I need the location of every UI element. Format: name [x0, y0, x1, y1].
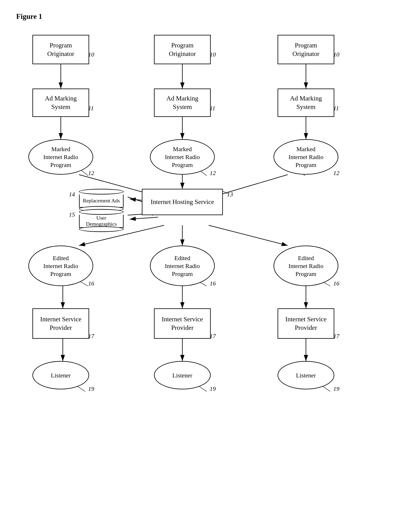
label-16-right: 16 — [333, 280, 339, 287]
label-11-left: 11 — [88, 105, 94, 112]
isp-center: Internet ServiceProvider — [154, 308, 211, 339]
listener-center: Listener — [154, 361, 211, 389]
svg-line-16 — [209, 225, 288, 246]
label-11-center: 11 — [210, 105, 215, 112]
program-originator-right: ProgramOriginator — [278, 35, 334, 64]
edited-radio-left: EditedInternet RadioProgram — [28, 246, 93, 286]
internet-hosting: Internet Hosting Service — [142, 189, 223, 215]
program-originator-left: ProgramOriginator — [32, 35, 89, 64]
label-17-center: 17 — [210, 333, 216, 340]
label-13: 13 — [227, 191, 233, 198]
label-10-center: 10 — [210, 51, 216, 58]
label-17-left: 17 — [88, 333, 94, 340]
label-19-center: 19 — [210, 385, 216, 392]
label-14: 14 — [69, 191, 75, 198]
edited-radio-right: EditedInternet RadioProgram — [273, 246, 338, 286]
label-12-right: 12 — [333, 170, 339, 177]
label-19-left: 19 — [88, 385, 94, 392]
listener-right: Listener — [278, 361, 334, 389]
label-12-left: 12 — [88, 170, 94, 177]
label-11-right: 11 — [333, 105, 339, 112]
label-16-center: 16 — [210, 280, 216, 287]
label-12-center: 12 — [210, 170, 216, 177]
listener-left: Listener — [32, 361, 89, 389]
edited-radio-center: EditedInternet RadioProgram — [150, 246, 215, 286]
isp-right: Internet ServiceProvider — [278, 308, 334, 339]
figure-label: Figure 1 — [16, 12, 404, 21]
replacement-ads: Replacement Ads — [79, 189, 124, 212]
label-10-left: 10 — [88, 51, 94, 58]
diagram: ProgramOriginator 10 Ad MarkingSystem 11… — [16, 29, 401, 525]
program-originator-center: ProgramOriginator — [154, 35, 211, 64]
label-19-right: 19 — [333, 385, 339, 392]
user-demographics: User Demographics — [79, 209, 124, 232]
label-17-right: 17 — [333, 333, 339, 340]
ad-marking-center: Ad MarkingSystem — [154, 89, 211, 117]
ad-marking-right: Ad MarkingSystem — [278, 89, 334, 117]
ad-marking-left: Ad MarkingSystem — [32, 89, 89, 117]
isp-left: Internet ServiceProvider — [32, 308, 89, 339]
label-16-left: 16 — [88, 280, 94, 287]
label-10-right: 10 — [333, 51, 339, 58]
marked-radio-center: MarkedInternet RadioProgram — [150, 139, 215, 175]
label-15: 15 — [69, 211, 75, 218]
svg-line-22 — [130, 217, 158, 219]
marked-radio-right: MarkedInternet RadioProgram — [273, 139, 338, 175]
marked-radio-left: MarkedInternet RadioProgram — [28, 139, 93, 175]
page: Figure 1 — [0, 0, 420, 532]
